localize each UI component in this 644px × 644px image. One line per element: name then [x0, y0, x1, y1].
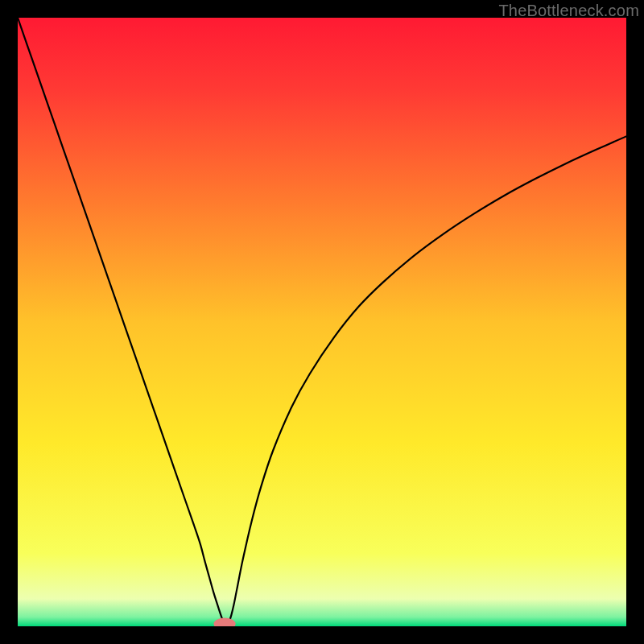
gradient-background	[18, 18, 626, 626]
bottleneck-chart	[18, 18, 626, 626]
watermark-text: TheBottleneck.com	[498, 2, 639, 20]
chart-frame	[18, 18, 626, 626]
